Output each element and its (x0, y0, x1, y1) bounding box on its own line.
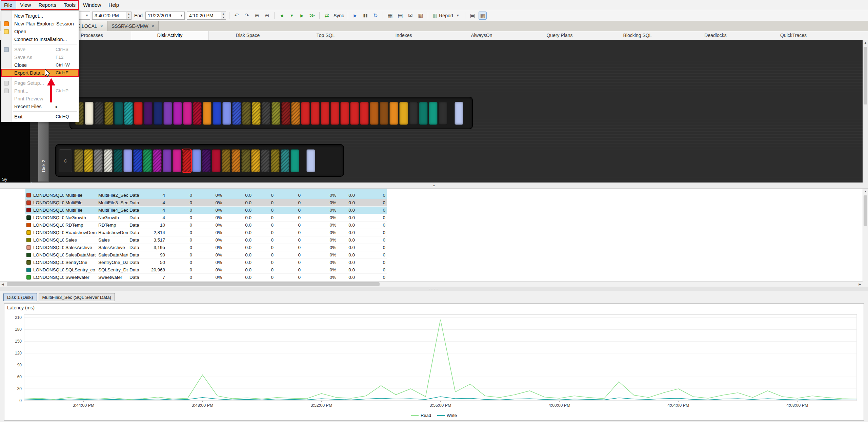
file-block[interactable] (232, 102, 241, 125)
spin-down-icon[interactable]: ▼ (221, 16, 226, 19)
scrollbar-thumb[interactable] (864, 195, 867, 226)
spin-down-icon[interactable]: ▼ (126, 16, 131, 19)
close-tab-icon[interactable]: × (100, 23, 103, 29)
file-block[interactable] (370, 102, 379, 125)
table-row[interactable]: LONDONSQL01...SentryOneSentryOne_DataDat… (25, 259, 387, 266)
tab-top-sql[interactable]: Top SQL (287, 31, 365, 40)
play-icon[interactable]: ▶ (351, 12, 359, 20)
file-block[interactable] (291, 102, 300, 125)
file-block[interactable] (203, 102, 211, 125)
file-menu-item-close[interactable]: CloseCtrl+W (1, 61, 79, 69)
file-block[interactable] (241, 149, 250, 172)
file-block[interactable] (133, 149, 142, 172)
tab-query-plans[interactable]: Query Plans (521, 31, 599, 40)
file-menu-item-new-plan-explorer-session[interactable]: New Plan Explorer Session (1, 20, 79, 27)
file-block[interactable] (252, 102, 261, 125)
file-block[interactable] (192, 149, 201, 172)
file-block[interactable] (193, 102, 202, 125)
file-block[interactable] (389, 102, 398, 125)
file-block[interactable] (104, 149, 113, 172)
bottom-tab-disk-1-disk[interactable]: Disk 1 (Disk) (3, 293, 37, 301)
file-block[interactable] (153, 149, 162, 172)
close-tab-icon[interactable]: × (152, 23, 154, 29)
file-block[interactable] (104, 102, 113, 125)
file-menu-item-recent-files[interactable]: Recent Files▸ (1, 102, 79, 110)
file-block[interactable] (455, 102, 463, 125)
refresh-icon[interactable]: ↻ (371, 12, 380, 20)
file-block[interactable] (144, 102, 153, 125)
nav-down-icon[interactable]: ▼ (288, 12, 296, 20)
table-row[interactable]: LONDONSQL01...SalesArchiveSalesArchiveDa… (25, 244, 387, 251)
file-block[interactable] (222, 102, 231, 125)
chevron-down-icon[interactable]: ▾ (84, 13, 90, 18)
nav-first-icon[interactable]: ◀ (278, 12, 286, 20)
file-block[interactable] (134, 102, 143, 125)
file-menu-item-export-data[interactable]: Export Data...Ctrl+E (1, 69, 79, 77)
menu-file[interactable]: File (0, 0, 16, 10)
file-block[interactable] (182, 149, 191, 172)
file-block[interactable] (281, 102, 290, 125)
file-block[interactable] (340, 102, 349, 125)
report-button[interactable]: ▥ Report ▾ (431, 12, 462, 20)
file-menu-item-new-target[interactable]: New Target... (1, 12, 79, 20)
nav-last-icon[interactable]: ≫ (308, 12, 316, 20)
zoom-out-icon[interactable]: ⊖ (263, 12, 271, 20)
file-block[interactable] (261, 149, 270, 172)
file-block[interactable] (183, 102, 192, 125)
file-block[interactable] (114, 149, 122, 172)
table-row[interactable]: LONDONSQL01...MultiFileMultiFile2_SecDat… (25, 192, 387, 199)
file-block[interactable] (262, 102, 270, 125)
table-row[interactable]: LONDONSQL01...NoGrowthNoGrowthData400%0.… (25, 214, 387, 222)
collapse-up-icon[interactable]: ▲ (432, 184, 436, 187)
spin-up-icon[interactable]: ▲ (221, 12, 226, 16)
end-time-input[interactable]: 4:10:20 PM ▲▼ (187, 12, 226, 20)
file-block[interactable] (163, 149, 171, 172)
file-block[interactable] (360, 102, 369, 125)
tab-disk-activity[interactable]: Disk Activity (131, 31, 209, 40)
file-block[interactable] (301, 102, 310, 125)
grid-horizontal-scrollbar[interactable]: ◀ ▶ (0, 281, 863, 287)
tab-indexes[interactable]: Indexes (365, 31, 443, 40)
scroll-right-icon[interactable]: ▶ (857, 282, 863, 287)
start-time-input[interactable]: 3:40:20 PM ▲▼ (92, 12, 132, 20)
mail-icon[interactable]: ✉ (406, 12, 415, 20)
table-row[interactable]: LONDONSQL01...SweetwaterSweetwaterData70… (25, 274, 387, 281)
file-block[interactable] (380, 102, 388, 125)
file-block[interactable] (123, 149, 132, 172)
file-block[interactable] (84, 149, 93, 172)
file-block[interactable] (350, 102, 359, 125)
table-row[interactable]: LONDONSQL01...MultiFileMultiFile3_SecDat… (25, 199, 387, 207)
file-menu-item-exit[interactable]: ExitCtrl+Q (1, 113, 79, 120)
tab-alwayson[interactable]: AlwaysOn (443, 31, 521, 40)
scroll-up-icon[interactable]: ▲ (863, 40, 868, 45)
file-menu-item-open[interactable]: Open (1, 27, 79, 35)
scroll-left-icon[interactable]: ◀ (0, 282, 5, 287)
scrollbar-thumb[interactable] (7, 282, 380, 286)
file-block[interactable] (74, 149, 83, 172)
file-block[interactable] (163, 102, 172, 125)
file-block[interactable] (271, 102, 280, 125)
splitter[interactable]: •••••• (0, 287, 868, 291)
export-grid-icon[interactable]: ▧ (417, 12, 425, 20)
tab-quicktraces[interactable]: QuickTraces (754, 31, 832, 40)
bottom-tab-multifile3-sec-sql-server-data[interactable]: MultiFile3_Sec (SQL Server Data) (39, 293, 115, 301)
file-block[interactable] (321, 102, 329, 125)
file-menu-item-page-setup[interactable]: Page Setup... (1, 79, 79, 87)
scrollbar-thumb[interactable] (864, 47, 867, 104)
table-row[interactable]: LONDONSQL01...SalesSalesData3,51700%0.00… (25, 236, 387, 244)
file-menu-item-save-as[interactable]: Save AsF12 (1, 53, 79, 61)
table-row[interactable]: LONDONSQL01...SQLSentry_coSQLSentry_Data… (25, 266, 387, 274)
grid-vertical-scrollbar[interactable]: ▲ ▼ (863, 189, 868, 282)
file-block[interactable] (251, 149, 260, 172)
file-block[interactable] (114, 102, 123, 125)
file-block[interactable] (242, 102, 251, 125)
file-block[interactable] (439, 102, 447, 125)
file-block[interactable] (85, 102, 94, 125)
file-block[interactable] (271, 149, 280, 172)
file-block[interactable] (95, 102, 103, 125)
table-icon[interactable]: ▤ (396, 12, 404, 20)
tab-blocking-sql[interactable]: Blocking SQL (599, 31, 677, 40)
window-icon[interactable]: ▣ (468, 12, 477, 20)
calendar-icon[interactable]: ▦ (386, 12, 394, 20)
file-block[interactable] (222, 149, 230, 172)
